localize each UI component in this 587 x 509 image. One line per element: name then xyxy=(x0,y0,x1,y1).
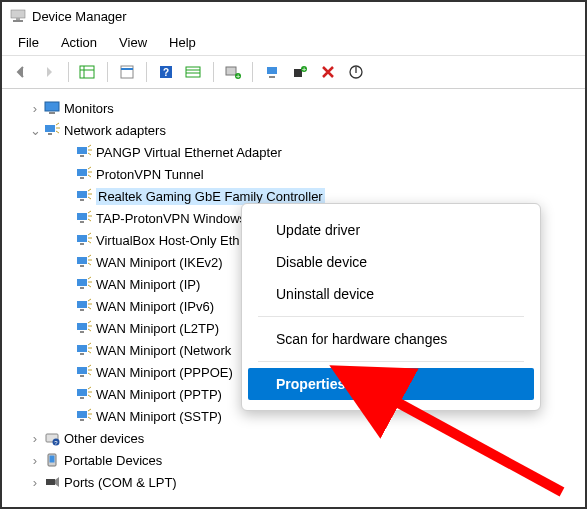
svg-rect-44 xyxy=(77,345,87,352)
tree-category-other[interactable]: › ? Other devices xyxy=(6,427,581,449)
svg-rect-24 xyxy=(45,125,55,132)
toolbar-separator xyxy=(252,62,253,82)
svg-rect-46 xyxy=(77,367,87,374)
toolbar-separator xyxy=(107,62,108,82)
toolbar-separator xyxy=(146,62,147,82)
svg-rect-32 xyxy=(77,213,87,220)
show-hidden-button[interactable] xyxy=(75,60,101,84)
ctx-disable-device[interactable]: Disable device xyxy=(248,246,534,278)
network-adapter-icon xyxy=(76,276,92,292)
svg-rect-33 xyxy=(80,221,84,223)
svg-rect-47 xyxy=(80,375,84,377)
svg-rect-49 xyxy=(80,397,84,399)
svg-text:?: ? xyxy=(163,67,169,78)
svg-rect-45 xyxy=(80,353,84,355)
tree-category-monitors[interactable]: › Monitors xyxy=(6,97,581,119)
svg-rect-41 xyxy=(80,309,84,311)
chevron-right-icon[interactable]: › xyxy=(28,431,42,445)
category-label: Network adapters xyxy=(64,123,166,138)
device-label: WAN Miniport (IPv6) xyxy=(96,299,214,314)
svg-rect-16 xyxy=(267,67,277,74)
device-label: PANGP Virtual Ethernet Adapter xyxy=(96,145,282,160)
network-adapter-icon xyxy=(76,320,92,336)
chevron-right-icon[interactable]: › xyxy=(28,101,42,115)
svg-rect-51 xyxy=(80,419,84,421)
update-driver-button[interactable]: + xyxy=(287,60,313,84)
tree-item-network-adapter[interactable]: ProtonVPN Tunnel xyxy=(6,163,581,185)
svg-rect-37 xyxy=(80,265,84,267)
context-menu: Update driver Disable device Uninstall d… xyxy=(241,203,541,411)
ctx-uninstall-device[interactable]: Uninstall device xyxy=(248,278,534,310)
network-adapter-icon xyxy=(44,122,60,138)
category-label: Monitors xyxy=(64,101,114,116)
device-label: VirtualBox Host-Only Eth xyxy=(96,233,240,248)
svg-rect-27 xyxy=(80,155,84,157)
tree-category-ports[interactable]: › Ports (COM & LPT) xyxy=(6,471,581,493)
portable-devices-icon xyxy=(44,452,60,468)
svg-rect-3 xyxy=(80,66,94,78)
chevron-right-icon[interactable]: › xyxy=(28,453,42,467)
device-label: TAP-ProtonVPN Windows xyxy=(96,211,246,226)
network-adapter-icon xyxy=(76,386,92,402)
other-devices-icon: ? xyxy=(44,430,60,446)
menu-help[interactable]: Help xyxy=(159,32,206,53)
toolbar-separator xyxy=(68,62,69,82)
menu-action[interactable]: Action xyxy=(51,32,107,53)
uninstall-device-button[interactable] xyxy=(315,60,341,84)
svg-rect-42 xyxy=(77,323,87,330)
device-label: WAN Miniport (PPTP) xyxy=(96,387,222,402)
forward-button[interactable] xyxy=(36,60,62,84)
svg-rect-57 xyxy=(46,479,55,485)
category-label: Other devices xyxy=(64,431,144,446)
titlebar: Device Manager xyxy=(2,2,585,30)
svg-rect-38 xyxy=(77,279,87,286)
device-manager-icon xyxy=(10,8,26,24)
tree-category-network[interactable]: ⌄ Network adapters xyxy=(6,119,581,141)
network-adapter-icon xyxy=(76,210,92,226)
svg-rect-22 xyxy=(45,102,59,111)
help-button[interactable]: ? xyxy=(153,60,179,84)
menu-file[interactable]: File xyxy=(8,32,49,53)
svg-rect-50 xyxy=(77,411,87,418)
svg-rect-17 xyxy=(269,76,275,78)
svg-rect-43 xyxy=(80,331,84,333)
svg-rect-23 xyxy=(49,112,55,114)
chevron-down-icon[interactable]: ⌄ xyxy=(28,123,42,137)
svg-rect-30 xyxy=(77,191,87,198)
network-adapter-icon xyxy=(76,298,92,314)
svg-rect-25 xyxy=(48,133,52,135)
ctx-update-driver[interactable]: Update driver xyxy=(248,214,534,246)
enable-device-button[interactable] xyxy=(259,60,285,84)
svg-rect-1 xyxy=(13,20,23,22)
chevron-right-icon[interactable]: › xyxy=(28,475,42,489)
properties-button[interactable] xyxy=(114,60,140,84)
svg-rect-36 xyxy=(77,257,87,264)
svg-rect-0 xyxy=(11,10,25,18)
tree-item-network-adapter[interactable]: PANGP Virtual Ethernet Adapter xyxy=(6,141,581,163)
svg-rect-28 xyxy=(77,169,87,176)
device-label: WAN Miniport (SSTP) xyxy=(96,409,222,424)
svg-rect-35 xyxy=(80,243,84,245)
network-adapter-icon xyxy=(76,342,92,358)
network-adapter-icon xyxy=(76,254,92,270)
device-label: WAN Miniport (Network xyxy=(96,343,231,358)
svg-rect-48 xyxy=(77,389,87,396)
ctx-properties[interactable]: Properties xyxy=(248,368,534,400)
monitor-icon xyxy=(44,100,60,116)
network-adapter-icon xyxy=(76,188,92,204)
context-menu-separator xyxy=(258,316,524,317)
svg-rect-13 xyxy=(226,67,236,75)
svg-rect-6 xyxy=(121,66,133,78)
context-menu-separator xyxy=(258,361,524,362)
scan-hardware-button[interactable]: + xyxy=(220,60,246,84)
tree-category-portable[interactable]: › Portable Devices xyxy=(6,449,581,471)
disable-device-button[interactable] xyxy=(343,60,369,84)
network-adapter-icon xyxy=(76,364,92,380)
ctx-scan-hardware[interactable]: Scan for hardware changes xyxy=(248,323,534,355)
menu-view[interactable]: View xyxy=(109,32,157,53)
device-label: Realtek Gaming GbE Family Controller xyxy=(96,188,325,205)
svg-rect-2 xyxy=(16,18,20,20)
svg-rect-10 xyxy=(186,67,200,77)
action-list-button[interactable] xyxy=(181,60,207,84)
back-button[interactable] xyxy=(8,60,34,84)
